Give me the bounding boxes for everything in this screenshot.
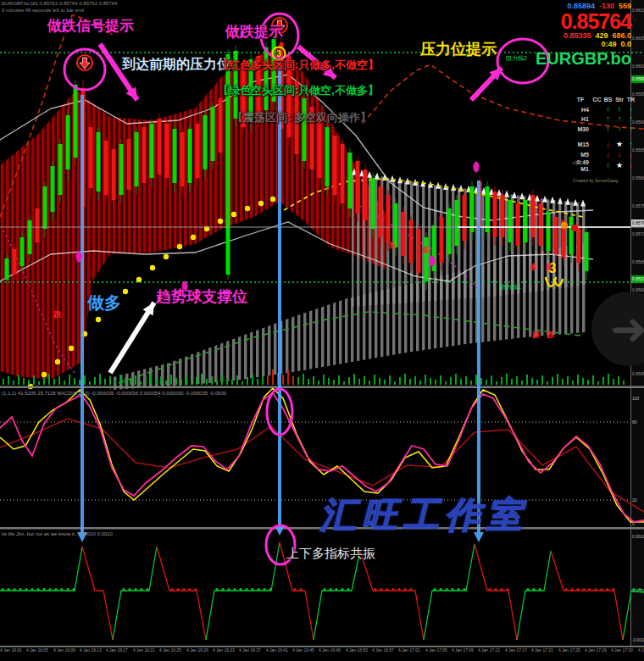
dashboard-col-TF: TF xyxy=(569,97,591,103)
oscillator-header: its life Jim, but not as we know it... 0… xyxy=(2,531,113,536)
time-label: 4 Jan 16:17 xyxy=(106,647,128,661)
dashboard-row-M1: ◁0:49 M1↑★↓ xyxy=(569,159,636,169)
up-arrow-icon: ↑ xyxy=(625,115,636,123)
right-arrow-icon: ➜ xyxy=(610,303,644,354)
chart-canvas: 33多多多多跌跌跌 xyxy=(0,0,644,661)
time-label: 4 Jan 16:57 xyxy=(372,647,394,661)
resistance-line-1-label: 阻力线1 xyxy=(500,283,521,292)
down-arrow-icon: ↓ xyxy=(602,141,613,148)
quote-zero: 0.0 xyxy=(620,41,631,49)
dashboard-col-TR: TR xyxy=(625,97,636,103)
watermark: 汇旺工作室 xyxy=(320,492,528,539)
resonance-label: 上下多指标共振 xyxy=(286,546,375,562)
up-arrow-icon: ↑ xyxy=(625,141,636,148)
up-arrow-icon: ↑ xyxy=(602,125,613,133)
short-hint-label: 做跌提示 xyxy=(225,22,283,42)
star-arrow-icon: ★ xyxy=(613,141,625,148)
dashboard-row-M15: M15↓★↑ xyxy=(569,140,636,150)
macd-header: (1,1,1) 41.5205 25.7118 MACD(6,13,5) -0.… xyxy=(2,391,226,396)
time-label: 4 Jan 17:29 xyxy=(585,647,607,661)
resistance-hint-label: 压力位提示 xyxy=(420,39,497,59)
time-label: 4 Jan 16:49 xyxy=(319,647,341,661)
svg-text:跌: 跌 xyxy=(547,330,555,339)
up-arrow-icon: ↑ xyxy=(613,106,625,114)
short-signal-label: 做跌信号提示 xyxy=(47,16,134,36)
symbol-label: EURGBP.bo xyxy=(536,49,631,69)
svg-text:多: 多 xyxy=(546,263,553,271)
bar-countdown-line: 0 minutes 49 seconds left to bar end xyxy=(2,8,84,13)
quote-panel: 0.85894 -130 559 0.85764 0.85335 429 686… xyxy=(536,3,631,69)
quote-timer: 0:49 xyxy=(601,41,616,49)
up-arrow-icon: ↑ xyxy=(602,162,613,169)
time-label: 4 Jan 17:01 xyxy=(398,647,420,661)
resistance-line-2-label: 阻力线2 xyxy=(506,54,527,63)
indicator-credit: Created by ServerDawg xyxy=(573,178,618,183)
dashboard-row-M30: M30↑↑↑ xyxy=(569,125,636,135)
time-label: 4 Jan 17:21 xyxy=(531,647,553,661)
svg-text:跌: 跌 xyxy=(532,330,541,339)
up-arrow-icon: ↑ xyxy=(625,106,636,114)
time-label: 4 Jan 16:01 xyxy=(0,647,22,661)
time-label: 4 Jan 16:33 xyxy=(213,647,235,661)
time-label: 4 Jan 16:41 xyxy=(266,647,288,661)
go-long-label: 做多 xyxy=(87,292,121,314)
timeframe-dashboard: TFCCBSStrTRH4↑↑↑H1↑↑↑M30↑↑↑M15↓★↑M5↓↓↓◁0… xyxy=(569,95,636,169)
down-arrow-icon: ↓ xyxy=(602,151,613,158)
time-label: 4 Jan 17:17 xyxy=(505,647,527,661)
time-label: 4 Jan 17:37 xyxy=(638,647,644,661)
up-arrow-icon: ↑ xyxy=(602,115,613,123)
time-label: 4 Jan 16:13 xyxy=(80,647,102,661)
osc-zone-rule-label: 【震荡区间: 多空双向操作】 xyxy=(232,110,371,125)
up-arrow-icon: ↑ xyxy=(602,106,613,114)
down-arrow-icon: ↓ xyxy=(613,151,625,158)
time-label: 4 Jan 16:37 xyxy=(239,647,261,661)
quote-low: 0.85335 xyxy=(564,32,591,41)
time-label: 4 Jan 17:09 xyxy=(452,647,474,661)
dashboard-row-H1: H1↑↑↑ xyxy=(569,114,636,125)
time-label: 4 Jan 16:09 xyxy=(53,647,75,661)
dashboard-col-Str: Str xyxy=(613,97,625,103)
dashboard-col-BS: BS xyxy=(602,97,613,103)
svg-text:跌: 跌 xyxy=(53,310,62,319)
time-axis: 4 Jan 16:014 Jan 16:054 Jan 16:094 Jan 1… xyxy=(0,647,644,661)
quote-price: 0.85764 xyxy=(536,11,631,32)
trend-ball-support-label: 趋势球支撑位 xyxy=(156,286,247,307)
time-label: 4 Jan 16:05 xyxy=(26,647,48,661)
green-zone-rule-label: 【绿色空头区间:只做空,不做多】 xyxy=(218,83,379,98)
time-label: 4 Jan 16:21 xyxy=(133,647,155,661)
volume-ticks xyxy=(3,369,624,385)
up-arrow-icon: ↑ xyxy=(613,115,625,123)
svg-text:3: 3 xyxy=(276,49,281,58)
time-label: 4 Jan 16:45 xyxy=(292,647,314,661)
dashboard-header-row: TFCCBSStrTR xyxy=(569,95,636,105)
time-label: 4 Jan 16:29 xyxy=(186,647,208,661)
time-label: 4 Jan 17:25 xyxy=(558,647,580,661)
dashboard-col-CC: CC xyxy=(591,97,602,103)
time-label: 4 Jan 17:33 xyxy=(611,647,633,661)
svg-text:多: 多 xyxy=(423,246,430,254)
time-label: 4 Jan 16:53 xyxy=(346,647,368,661)
chart-title-line: EURGBP.bo,M1 0.85762 0.85764 0.85762 0.8… xyxy=(2,1,117,6)
time-label: 4 Jan 17:05 xyxy=(425,647,447,661)
svg-text:多: 多 xyxy=(389,241,397,249)
up-arrow-icon: ↑ xyxy=(613,125,625,133)
reach-resistance-label: 到达前期的压力位 xyxy=(122,56,230,74)
time-label: 4 Jan 17:13 xyxy=(478,647,500,661)
down-arrow-icon: ↓ xyxy=(625,162,636,169)
time-label: 4 Jan 16:25 xyxy=(159,647,181,661)
dashboard-row-H4: H4↑↑↑ xyxy=(569,105,636,115)
dashboard-row-M5: M5↓↓↓ xyxy=(569,150,636,160)
svg-text:多: 多 xyxy=(530,263,538,271)
down-arrow-icon: ↓ xyxy=(625,151,636,158)
red-zone-rule-label: 【红色多头区间:只做多,不做空】 xyxy=(218,58,379,73)
trading-platform-window: { "header": { "title_line": "EURGBP.bo,M… xyxy=(0,0,644,661)
star-arrow-icon: ★ xyxy=(613,162,625,169)
up-arrow-icon: ↑ xyxy=(625,125,636,133)
